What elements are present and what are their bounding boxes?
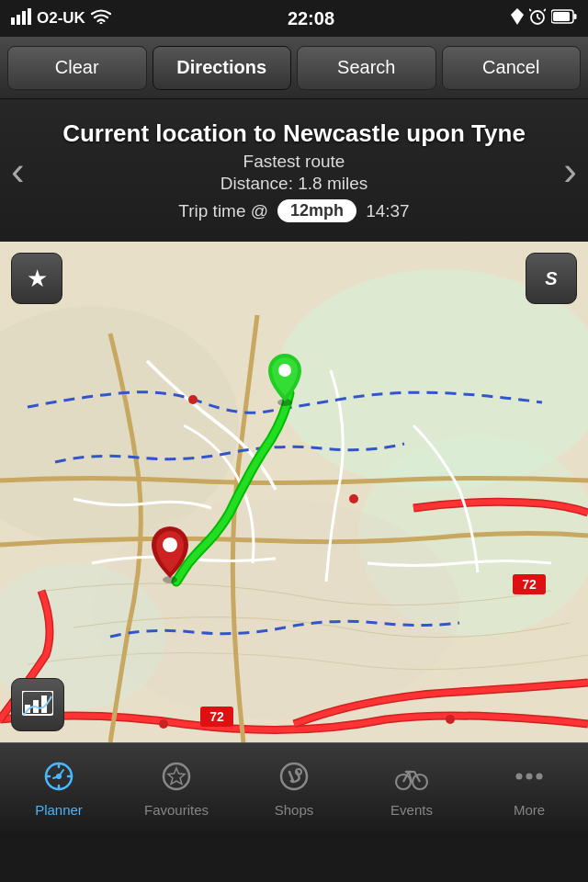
tab-shops-label: Shops bbox=[275, 802, 314, 818]
tab-favourites-label: Favourites bbox=[144, 802, 209, 818]
tab-favourites[interactable]: Favourites bbox=[118, 743, 235, 834]
route-options-button[interactable]: S bbox=[526, 253, 577, 304]
svg-rect-3 bbox=[28, 8, 31, 25]
favourite-map-button[interactable]: ★ bbox=[11, 253, 62, 304]
star-icon: ★ bbox=[27, 265, 48, 293]
map-area[interactable]: 72 72 72 72 72 14 14 GATESHEAD Pelaw 100 bbox=[0, 242, 588, 742]
tab-events[interactable]: Events bbox=[353, 743, 470, 834]
clear-button[interactable]: Clear bbox=[7, 46, 147, 90]
directions-button[interactable]: Directions bbox=[153, 46, 292, 90]
svg-point-62 bbox=[526, 773, 533, 779]
svg-point-4 bbox=[99, 22, 102, 24]
more-icon bbox=[514, 761, 545, 797]
svg-rect-1 bbox=[17, 15, 20, 25]
tab-planner[interactable]: Planner bbox=[0, 743, 118, 834]
status-bar: O2-UK 22:08 bbox=[0, 0, 588, 37]
svg-point-57 bbox=[281, 763, 307, 789]
favourites-icon bbox=[161, 761, 192, 797]
svg-point-63 bbox=[537, 773, 543, 779]
search-button[interactable]: Search bbox=[297, 46, 436, 90]
svg-point-38 bbox=[159, 719, 168, 729]
trip-time: 14:37 bbox=[366, 201, 410, 221]
route-distance: Distance: 1.8 miles bbox=[220, 174, 368, 194]
clock: 22:08 bbox=[288, 8, 334, 29]
svg-point-58 bbox=[296, 769, 301, 775]
location-icon bbox=[511, 8, 524, 29]
signal-icon bbox=[11, 8, 31, 29]
tab-more-label: More bbox=[514, 802, 545, 818]
route-title: Current location to Newcastle upon Tyne bbox=[62, 119, 526, 149]
svg-rect-11 bbox=[574, 14, 577, 19]
route-icon: S bbox=[545, 268, 557, 289]
tab-more[interactable]: More bbox=[470, 743, 588, 834]
svg-rect-0 bbox=[11, 17, 15, 25]
speed-badge[interactable]: 12mph bbox=[277, 199, 356, 222]
route-info-panel: ‹ Current location to Newcastle upon Tyn… bbox=[0, 99, 588, 242]
svg-point-44 bbox=[163, 537, 177, 552]
next-route-button[interactable]: › bbox=[563, 148, 577, 194]
svg-point-36 bbox=[188, 395, 198, 404]
wifi-icon bbox=[91, 9, 111, 28]
svg-marker-56 bbox=[168, 768, 185, 785]
system-icons bbox=[511, 8, 577, 29]
stats-button[interactable] bbox=[11, 678, 64, 731]
svg-point-39 bbox=[446, 715, 455, 724]
carrier-info: O2-UK bbox=[11, 8, 111, 29]
toolbar: Clear Directions Search Cancel bbox=[0, 37, 588, 99]
tab-planner-label: Planner bbox=[35, 802, 83, 818]
events-icon bbox=[394, 761, 429, 797]
svg-text:72: 72 bbox=[209, 709, 224, 724]
svg-rect-2 bbox=[22, 11, 26, 25]
svg-line-8 bbox=[529, 9, 531, 11]
svg-point-61 bbox=[516, 773, 523, 779]
trip-time-line: Trip time @ 12mph 14:37 bbox=[178, 199, 409, 222]
svg-text:72: 72 bbox=[522, 577, 537, 592]
tab-bar: Planner Favourites Shops bbox=[0, 742, 588, 834]
alarm-icon bbox=[529, 8, 546, 29]
planner-icon bbox=[43, 761, 74, 797]
svg-point-54 bbox=[56, 774, 62, 779]
cancel-button[interactable]: Cancel bbox=[442, 46, 582, 90]
carrier-label: O2-UK bbox=[37, 9, 85, 28]
tab-events-label: Events bbox=[390, 802, 433, 818]
svg-point-42 bbox=[278, 364, 291, 377]
trip-prefix: Trip time @ bbox=[178, 201, 268, 221]
svg-line-7 bbox=[537, 17, 540, 19]
tab-shops[interactable]: Shops bbox=[235, 743, 353, 834]
svg-line-9 bbox=[544, 9, 546, 11]
svg-rect-12 bbox=[553, 12, 570, 21]
route-type: Fastest route bbox=[243, 152, 345, 172]
battery-icon bbox=[551, 9, 577, 28]
prev-route-button[interactable]: ‹ bbox=[11, 148, 25, 194]
svg-point-37 bbox=[349, 494, 358, 503]
shops-icon bbox=[278, 761, 310, 797]
